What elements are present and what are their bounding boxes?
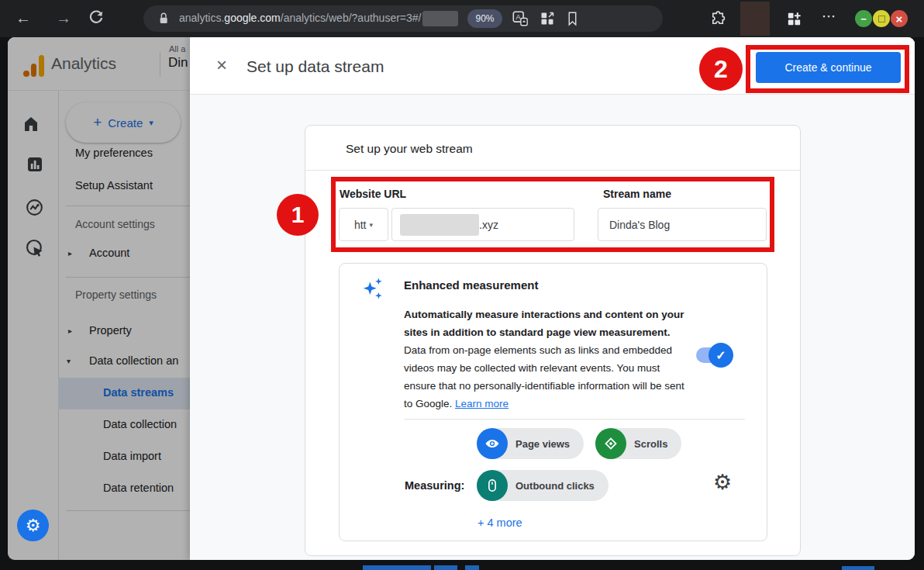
enhanced-description: Automatically measure interactions and c… [404, 306, 692, 413]
card-title: Set up your web stream [346, 142, 473, 156]
redacted-url-segment [422, 11, 458, 26]
apps-grid-icon[interactable] [785, 10, 803, 31]
chip-scrolls[interactable]: Scrolls [595, 428, 681, 459]
zoom-level-badge[interactable]: 90% [467, 9, 502, 28]
enhanced-title: Enhanced measurement [404, 278, 538, 292]
close-window-button[interactable]: × [891, 10, 908, 27]
extensions-puzzle-icon[interactable] [709, 10, 727, 31]
learn-more-link[interactable]: Learn more [455, 398, 509, 409]
annotation-badge-1: 1 [277, 194, 319, 236]
modal-title: Set up data stream [247, 57, 384, 76]
split-screen-icon[interactable] [540, 11, 555, 26]
window-frame-left [0, 37, 8, 570]
eye-icon [477, 428, 508, 459]
annotation-box-2 [746, 45, 909, 93]
browser-viewport: Analytics All a Din + Create ▾ My prefer… [8, 37, 915, 560]
taskbar-fragment [842, 566, 874, 570]
taskbar-fragment [434, 565, 457, 570]
measuring-label: Measuring: [405, 479, 464, 492]
toggle-check-icon: ✓ [709, 343, 733, 368]
enhanced-measurement-card: Enhanced measurement Automatically measu… [339, 263, 767, 541]
browser-toolbar: ← → analytics.google.com/analytics/web/?… [0, 0, 924, 37]
window-frame-right [915, 37, 924, 570]
more-measurements-link[interactable]: + 4 more [478, 516, 522, 529]
card-divider [305, 170, 800, 171]
chip-page-views[interactable]: Page views [477, 428, 584, 459]
admin-gear-fab[interactable]: ⚙ [17, 510, 49, 541]
url-bar[interactable]: analytics.google.com/analytics/web/?auth… [143, 5, 663, 32]
lock-icon [157, 12, 170, 26]
enhanced-divider [404, 419, 745, 420]
reload-icon[interactable] [87, 9, 105, 30]
translate-icon[interactable]: A [512, 10, 529, 27]
bookmark-icon[interactable] [566, 10, 579, 27]
settings-gear-icon[interactable]: ⚙ [713, 470, 732, 495]
window-frame-bottom [0, 560, 924, 570]
setup-data-stream-panel: × Set up data stream Create & continue S… [190, 37, 915, 560]
url-text: analytics.google.com/analytics/web/?auth… [179, 11, 460, 26]
maximize-button[interactable] [873, 10, 890, 27]
annotation-box-1 [331, 177, 774, 252]
mouse-icon [477, 470, 508, 501]
forward-icon[interactable]: → [56, 10, 71, 26]
scrolls-icon [595, 428, 626, 459]
profile-avatar[interactable] [740, 2, 770, 36]
close-icon[interactable]: × [216, 54, 227, 76]
chip-outbound-clicks[interactable]: Outbound clicks [477, 470, 609, 501]
back-icon[interactable]: ← [16, 10, 31, 26]
annotation-badge-2: 2 [699, 47, 743, 91]
minimize-button[interactable]: − [855, 10, 872, 27]
taskbar-fragment [465, 565, 479, 570]
browser-menu-icon[interactable]: ⋯ [822, 8, 837, 25]
sparkle-icon [361, 276, 384, 304]
enhanced-toggle[interactable]: ✓ [696, 347, 732, 363]
taskbar-fragment [363, 565, 431, 570]
gear-icon: ⚙ [26, 516, 41, 536]
